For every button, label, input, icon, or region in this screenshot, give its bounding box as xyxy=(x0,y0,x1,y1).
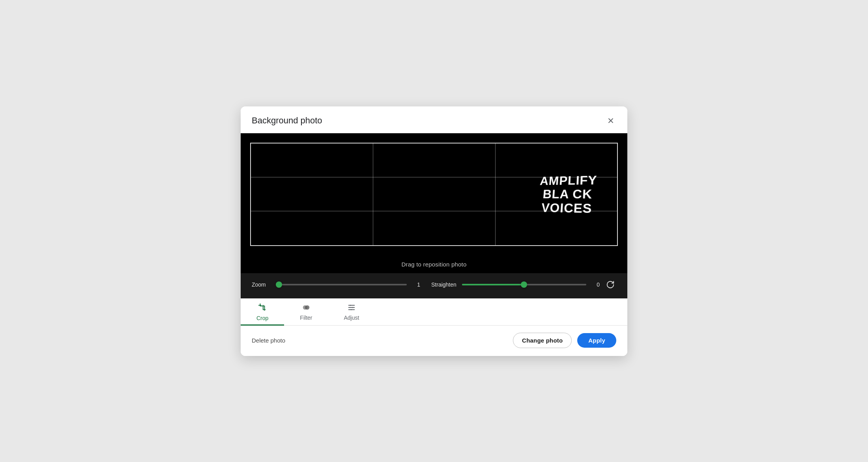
straighten-label: Straighten xyxy=(431,281,456,288)
zoom-thumb[interactable] xyxy=(276,281,282,288)
reset-button[interactable] xyxy=(604,279,616,291)
drag-hint: Drag to reposition photo xyxy=(241,255,627,273)
tab-crop[interactable]: Crop xyxy=(241,298,284,326)
grid-col-1 xyxy=(373,143,373,245)
filter-tab-label: Filter xyxy=(300,315,312,321)
straighten-slider[interactable] xyxy=(462,284,586,285)
background-photo-dialog: Background photo AMPLIFYBLA CKVOICES Dra… xyxy=(241,106,627,356)
svg-point-10 xyxy=(352,307,353,308)
zoom-value: 1 xyxy=(412,281,420,288)
slider-row: Zoom 1 Straighten 0 xyxy=(252,279,616,291)
tabs-area: Crop Filter xyxy=(241,298,627,326)
crop-icon xyxy=(258,303,267,313)
straighten-group: Straighten 0 xyxy=(431,281,600,288)
grid-col-2 xyxy=(495,143,496,245)
tab-filter[interactable]: Filter xyxy=(284,298,328,326)
photo-logo: AMPLIFYBLA CKVOICES xyxy=(538,173,596,215)
logo-text: AMPLIFYBLA CKVOICES xyxy=(537,173,597,216)
crop-tab-label: Crop xyxy=(256,315,268,321)
close-button[interactable] xyxy=(605,115,616,126)
zoom-label: Zoom xyxy=(252,281,271,288)
controls-area: Zoom 1 Straighten 0 xyxy=(241,273,627,298)
straighten-fill xyxy=(462,284,524,285)
footer-actions: Change photo Apply xyxy=(513,333,616,348)
dialog-title: Background photo xyxy=(252,116,322,126)
photo-area[interactable]: AMPLIFYBLA CKVOICES xyxy=(241,133,627,255)
change-photo-button[interactable]: Change photo xyxy=(513,333,572,348)
svg-point-7 xyxy=(350,305,351,306)
filter-icon xyxy=(302,303,311,313)
adjust-tab-label: Adjust xyxy=(344,315,359,321)
zoom-slider[interactable] xyxy=(276,284,407,285)
svg-point-13 xyxy=(351,309,352,310)
straighten-thumb[interactable] xyxy=(521,281,527,288)
straighten-value: 0 xyxy=(592,281,600,288)
zoom-group: Zoom 1 xyxy=(252,281,420,288)
dialog-header: Background photo xyxy=(241,106,627,133)
footer-area: Delete photo Change photo Apply xyxy=(241,326,627,356)
svg-point-4 xyxy=(305,306,307,309)
apply-button[interactable]: Apply xyxy=(577,333,616,348)
adjust-icon xyxy=(347,303,356,313)
delete-photo-button[interactable]: Delete photo xyxy=(252,334,285,347)
tab-adjust[interactable]: Adjust xyxy=(328,298,375,326)
